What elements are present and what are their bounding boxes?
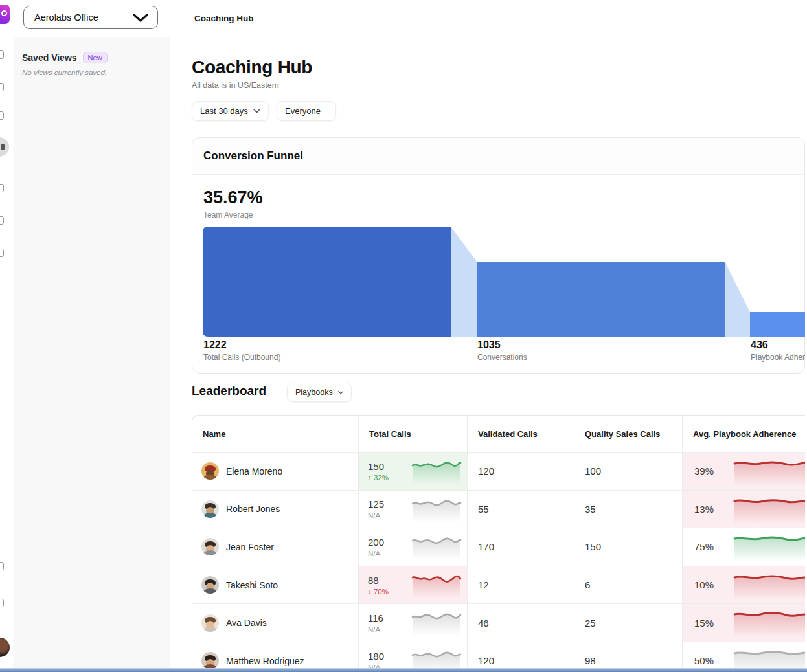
funnel-stage-label: 436 Playbook Adherence <box>751 339 807 362</box>
sparkline <box>732 455 807 487</box>
people-filter[interactable]: Everyone <box>277 101 336 121</box>
leaderboard-title: Leaderboard <box>192 384 266 398</box>
col-header-validated-calls: Validated Calls <box>468 416 574 452</box>
workspace-selector[interactable]: Aerolabs Office <box>23 6 158 29</box>
app-nav-rail <box>0 0 12 672</box>
sidebar-divider <box>170 0 170 672</box>
user-avatar[interactable] <box>0 638 10 657</box>
date-range-filter[interactable]: Last 30 days <box>192 101 269 121</box>
nav-icon[interactable] <box>0 562 4 570</box>
avatar <box>201 462 219 480</box>
sparkline <box>732 493 807 526</box>
sparkline <box>411 495 462 524</box>
chevron-down-icon <box>133 14 148 22</box>
nav-icon[interactable] <box>0 249 4 257</box>
funnel-stage-label: 1035 Conversations <box>477 339 527 362</box>
sparkline <box>411 609 462 637</box>
funnel-chart <box>203 227 806 337</box>
page-title: Coaching Hub <box>182 0 254 36</box>
nav-icon[interactable] <box>0 216 4 225</box>
new-badge: New <box>83 52 108 63</box>
sparkline <box>411 533 462 561</box>
col-header-avg-playbook-adherence: Avg. Playbook Adherence <box>683 416 807 452</box>
nav-icon[interactable] <box>0 184 4 192</box>
funnel-card-title: Conversion Funnel <box>192 138 804 175</box>
avatar <box>201 500 219 518</box>
chevron-down-icon <box>338 390 343 395</box>
timezone-note: All data is in US/Eastern <box>192 81 279 90</box>
sparkline <box>732 531 807 563</box>
app-logo-icon[interactable] <box>0 5 10 24</box>
top-bar: Aerolabs Office Coaching Hub <box>12 0 807 36</box>
table-row: Takeshi Soto 88↓ 70% 12 6 10% <box>192 566 807 605</box>
col-header-quality-sales-calls: Quality Sales Calls <box>574 416 683 452</box>
avatar <box>201 614 219 632</box>
saved-views-empty-message: No views currently saved. <box>22 69 107 76</box>
nav-icon[interactable] <box>0 83 4 91</box>
chevron-down-icon <box>253 109 260 113</box>
col-header-name: Name <box>192 416 359 452</box>
page-heading: Coaching Hub <box>192 57 312 78</box>
table-row: Robert Jones 125N/A 55 35 13% <box>192 491 807 529</box>
chevron-down-icon <box>326 109 328 113</box>
team-average-value: 35.67% <box>203 188 263 208</box>
funnel-stage-label: 1222 Total Calls (Outbound) <box>203 339 280 362</box>
sparkline <box>732 569 807 601</box>
table-header-row: Name Total Calls Validated Calls Quality… <box>192 416 807 453</box>
nav-icon[interactable] <box>0 50 4 59</box>
saved-views-label: Saved Views <box>22 52 77 63</box>
conversion-funnel-card: Conversion Funnel 35.67% Team Average 12… <box>192 137 805 374</box>
window-bottom-edge <box>0 668 807 672</box>
nav-icon[interactable] <box>0 599 4 607</box>
avatar <box>201 576 219 594</box>
nav-icon[interactable] <box>0 111 4 120</box>
workspace-name: Aerolabs Office <box>34 12 98 23</box>
sparkline <box>411 571 462 599</box>
sparkline <box>732 607 807 639</box>
nav-icon-active[interactable] <box>0 137 9 157</box>
col-header-total-calls: Total Calls <box>359 416 468 452</box>
avatar <box>201 652 219 669</box>
saved-views-sidebar: Saved Views New No views currently saved… <box>13 37 170 672</box>
table-row: Ava Davis 116N/A 46 25 15% <box>192 604 807 642</box>
leaderboard-metric-selector[interactable]: Playbooks <box>287 383 352 402</box>
table-row: Jean Foster 200N/A 170 150 75% <box>192 528 807 566</box>
team-average-label: Team Average <box>203 210 253 219</box>
avatar <box>201 538 219 555</box>
sparkline <box>411 457 462 486</box>
main-content: Coaching Hub All data is in US/Eastern L… <box>170 37 807 672</box>
leaderboard-table: Name Total Calls Validated Calls Quality… <box>192 415 807 672</box>
table-row: Elena Moreno 150↑ 32% 120 100 39% <box>192 453 807 491</box>
